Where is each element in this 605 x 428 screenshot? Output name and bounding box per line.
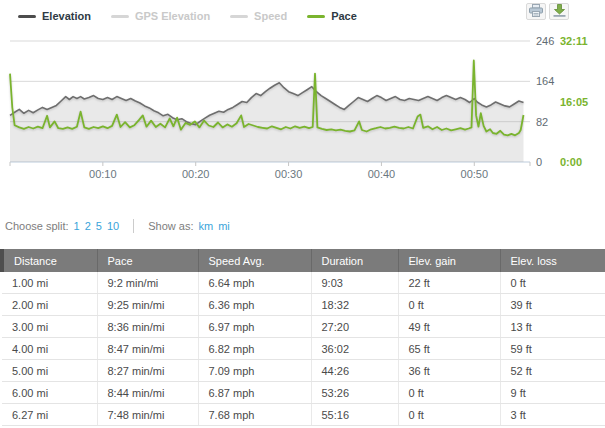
table-cell: 8:47 min/mi bbox=[97, 338, 198, 360]
table-cell: 0 ft bbox=[398, 382, 500, 404]
x-tick-label: 00:20 bbox=[182, 168, 210, 180]
table-cell: 4.00 mi bbox=[2, 338, 97, 360]
table-cell: 2.00 mi bbox=[2, 294, 97, 316]
table-header-row: DistancePaceSpeed Avg.DurationElev. gain… bbox=[2, 249, 605, 272]
table-cell: 55:16 bbox=[311, 404, 398, 426]
unit-option-mi[interactable]: mi bbox=[218, 220, 230, 232]
table-cell: 7.68 mph bbox=[198, 404, 311, 426]
column-header-speed-avg-: Speed Avg. bbox=[198, 249, 311, 272]
table-row: 3.00 mi8:36 min/mi6.97 mph27:2049 ft13 f… bbox=[2, 316, 605, 338]
download-button[interactable] bbox=[549, 3, 569, 20]
legend-item-gps-elevation[interactable]: GPS Elevation bbox=[111, 10, 210, 22]
table-cell: 9:25 min/mi bbox=[97, 294, 198, 316]
table-cell: 9:03 bbox=[311, 272, 398, 294]
table-cell: 6.82 mph bbox=[198, 338, 311, 360]
table-cell: 9:2 min/mi bbox=[97, 272, 198, 294]
table-cell: 3 ft bbox=[500, 404, 605, 426]
table-cell: 39 ft bbox=[500, 294, 605, 316]
x-tick-label: 00:10 bbox=[89, 168, 117, 180]
table-cell: 8:27 min/mi bbox=[97, 360, 198, 382]
y-tick-elevation: 164 bbox=[536, 75, 554, 87]
chart-section: ElevationGPS ElevationSpeedPace bbox=[0, 0, 605, 200]
table-row: 1.00 mi9:2 min/mi6.64 mph9:0322 ft0 ft bbox=[2, 272, 605, 294]
table-cell: 44:26 bbox=[311, 360, 398, 382]
x-tick-label: 00:30 bbox=[275, 168, 303, 180]
table-cell: 1.00 mi bbox=[2, 272, 97, 294]
legend-item-pace[interactable]: Pace bbox=[307, 10, 357, 22]
y-tick-elevation: 0 bbox=[536, 156, 542, 168]
column-header-duration: Duration bbox=[311, 249, 398, 272]
unit-option-km[interactable]: km bbox=[198, 220, 213, 232]
legend-item-speed[interactable]: Speed bbox=[230, 10, 287, 22]
y-tick-pace: 16:05 bbox=[560, 95, 588, 107]
table-cell: 53:26 bbox=[311, 382, 398, 404]
chart-plot-area[interactable] bbox=[0, 28, 605, 180]
table-cell: 6.64 mph bbox=[198, 272, 311, 294]
download-icon bbox=[553, 4, 566, 20]
chart-actions bbox=[526, 3, 569, 20]
table-cell: 0 ft bbox=[500, 272, 605, 294]
printer-icon bbox=[529, 4, 543, 20]
table-cell: 49 ft bbox=[398, 316, 500, 338]
table-cell: 7:48 min/mi bbox=[97, 404, 198, 426]
table-row: 4.00 mi8:47 min/mi6.82 mph36:0265 ft59 f… bbox=[2, 338, 605, 360]
table-cell: 13 ft bbox=[500, 316, 605, 338]
legend-swatch-icon bbox=[230, 15, 248, 18]
column-header-distance: Distance bbox=[2, 249, 97, 272]
y-tick-elevation: 246 bbox=[536, 35, 554, 47]
table-cell: 8:44 min/mi bbox=[97, 382, 198, 404]
split-option-2[interactable]: 2 bbox=[85, 220, 91, 232]
table-cell: 9 ft bbox=[500, 382, 605, 404]
column-header-elev-loss: Elev. loss bbox=[500, 249, 605, 272]
legend-swatch-icon bbox=[307, 15, 325, 18]
split-option-1[interactable]: 1 bbox=[74, 220, 80, 232]
y-tick-pace: 32:11 bbox=[560, 35, 588, 47]
table-cell: 27:20 bbox=[311, 316, 398, 338]
x-tick-label: 00:50 bbox=[461, 168, 489, 180]
legend-label: GPS Elevation bbox=[135, 10, 210, 22]
split-option-5[interactable]: 5 bbox=[96, 220, 102, 232]
table-cell: 22 ft bbox=[398, 272, 500, 294]
table-cell: 6.27 mi bbox=[2, 404, 97, 426]
table-cell: 36 ft bbox=[398, 360, 500, 382]
legend-label: Speed bbox=[254, 10, 287, 22]
table-cell: 36:02 bbox=[311, 338, 398, 360]
legend-swatch-icon bbox=[18, 15, 36, 18]
split-options: 12510 bbox=[74, 220, 120, 232]
table-cell: 18:32 bbox=[311, 294, 398, 316]
table-cell: 6.00 mi bbox=[2, 382, 97, 404]
y-tick-elevation: 82 bbox=[536, 115, 548, 127]
choose-split-label: Choose split: bbox=[5, 220, 69, 232]
table-cell: 59 ft bbox=[500, 338, 605, 360]
table-cell: 0 ft bbox=[398, 404, 500, 426]
legend-label: Elevation bbox=[42, 10, 91, 22]
splits-table: DistancePaceSpeed Avg.DurationElev. gain… bbox=[0, 249, 605, 426]
table-cell: 8:36 min/mi bbox=[97, 316, 198, 338]
y-tick-pace: 0:00 bbox=[560, 156, 582, 168]
show-as-label: Show as: bbox=[148, 220, 193, 232]
table-row: 2.00 mi9:25 min/mi6.36 mph18:320 ft39 ft bbox=[2, 294, 605, 316]
split-option-10[interactable]: 10 bbox=[107, 220, 119, 232]
table-cell: 65 ft bbox=[398, 338, 500, 360]
x-tick-label: 00:40 bbox=[368, 168, 396, 180]
table-cell: 7.09 mph bbox=[198, 360, 311, 382]
table-row: 6.27 mi7:48 min/mi7.68 mph55:160 ft3 ft bbox=[2, 404, 605, 426]
legend-swatch-icon bbox=[111, 15, 129, 18]
print-button[interactable] bbox=[526, 3, 546, 20]
table-cell: 0 ft bbox=[398, 294, 500, 316]
table-row: 6.00 mi8:44 min/mi6.87 mph53:260 ft9 ft bbox=[2, 382, 605, 404]
controls-divider bbox=[133, 219, 134, 233]
elevation-area-fill bbox=[10, 83, 524, 162]
column-header-pace: Pace bbox=[97, 249, 198, 272]
column-header-elev-gain: Elev. gain bbox=[398, 249, 500, 272]
table-cell: 6.97 mph bbox=[198, 316, 311, 338]
legend-item-elevation[interactable]: Elevation bbox=[18, 10, 91, 22]
chart-legend: ElevationGPS ElevationSpeedPace bbox=[18, 10, 357, 22]
legend-label: Pace bbox=[331, 10, 357, 22]
table-cell: 6.87 mph bbox=[198, 382, 311, 404]
table-cell: 52 ft bbox=[500, 360, 605, 382]
table-cell: 5.00 mi bbox=[2, 360, 97, 382]
split-controls: Choose split: 12510 Show as: kmmi bbox=[5, 219, 230, 233]
table-cell: 6.36 mph bbox=[198, 294, 311, 316]
unit-options: kmmi bbox=[198, 220, 229, 232]
